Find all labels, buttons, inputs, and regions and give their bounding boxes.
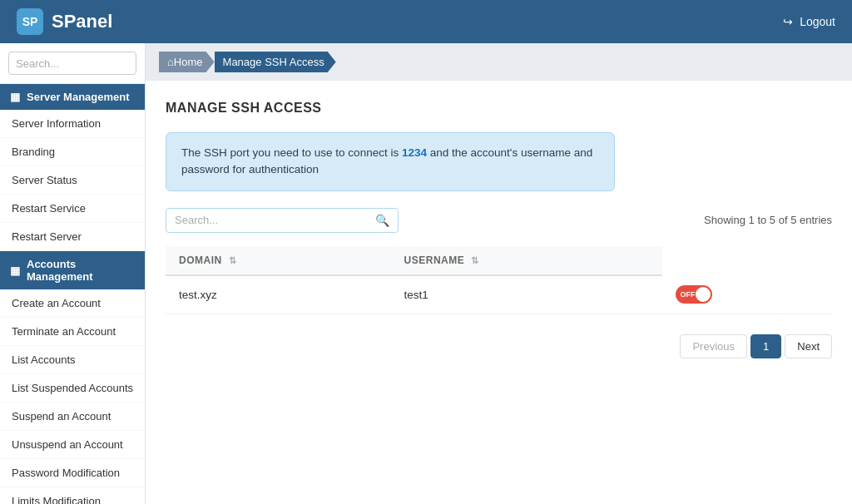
ssh-table: DOMAIN ⇅ USERNAME ⇅ test.xyz test1: [166, 246, 832, 314]
next-button[interactable]: Next: [785, 334, 832, 358]
accounts-management-icon: ▦: [10, 264, 20, 277]
domain-sort-icon: ⇅: [229, 255, 237, 265]
sidebar-item-server-information[interactable]: Server Information: [0, 110, 145, 138]
username-sort-icon: ⇅: [471, 255, 479, 265]
breadcrumb-manage-ssh[interactable]: Manage SSH Access: [215, 52, 336, 72]
info-port: 1234: [402, 146, 427, 159]
cell-domain: test.xyz: [166, 275, 391, 314]
logo-text: SPanel: [52, 11, 112, 32]
pagination: Previous 1 Next: [166, 334, 832, 358]
sidebar-item-unsuspend-account[interactable]: Unsuspend an Account: [0, 431, 145, 459]
content-area: MANAGE SSH ACCESS The SSH port you need …: [146, 81, 852, 504]
main-content: ⌂ Home Manage SSH Access MANAGE SSH ACCE…: [146, 43, 852, 504]
sidebar-item-restart-service[interactable]: Restart Service: [0, 195, 145, 223]
table-row: test.xyz test1 OFF: [166, 275, 832, 314]
breadcrumb-manage-ssh-label: Manage SSH Access: [223, 56, 324, 68]
logout-label: Logout: [800, 15, 835, 28]
cell-username: test1: [391, 275, 663, 314]
table-search-input[interactable]: [175, 214, 375, 226]
entries-info: Showing 1 to 5 of 5 entries: [704, 214, 832, 226]
table-body: test.xyz test1 OFF: [166, 275, 832, 314]
sidebar-item-restart-server[interactable]: Restart Server: [0, 223, 145, 251]
sidebar-item-server-status[interactable]: Server Status: [0, 166, 145, 195]
sidebar-item-list-suspended-accounts[interactable]: List Suspended Accounts: [0, 374, 145, 403]
info-box: The SSH port you need to use to connect …: [166, 132, 615, 191]
logout-button[interactable]: ↪ Logout: [783, 15, 835, 28]
col-username[interactable]: USERNAME ⇅: [391, 246, 663, 275]
ssh-toggle[interactable]: OFF: [676, 285, 712, 304]
sidebar-item-branding[interactable]: Branding: [0, 138, 145, 166]
sidebar-section-accounts-management: ▦ Accounts Management: [0, 251, 145, 289]
cell-toggle-container: OFF: [662, 275, 832, 314]
cell-username-value: test1: [404, 289, 428, 301]
sidebar-section-server-management: ▦ Server Management: [0, 84, 145, 110]
logo: SP SPanel: [17, 8, 112, 35]
page-1-button[interactable]: 1: [750, 334, 781, 358]
logout-icon: ↪: [783, 15, 793, 28]
info-text-before: The SSH port you need to use to connect …: [181, 146, 399, 159]
sidebar-item-limits-modification[interactable]: Limits Modification: [0, 487, 145, 504]
accounts-management-label: Accounts Management: [27, 258, 135, 283]
col-domain-label: DOMAIN: [179, 254, 222, 266]
page-title: MANAGE SSH ACCESS: [166, 101, 832, 116]
breadcrumb-home[interactable]: ⌂ Home: [159, 52, 215, 72]
header: SP SPanel ↪ Logout: [0, 0, 852, 43]
table-controls: 🔍 Showing 1 to 5 of 5 entries: [166, 208, 832, 233]
layout: 🔍 ▦ Server Management Server Information…: [0, 43, 852, 504]
breadcrumb-home-label: Home: [174, 56, 203, 68]
logo-icon: SP: [17, 8, 43, 35]
table-search-icon: 🔍: [375, 214, 389, 227]
sidebar-item-suspend-account[interactable]: Suspend an Account: [0, 403, 145, 431]
home-icon: ⌂: [167, 56, 174, 68]
breadcrumb: ⌂ Home Manage SSH Access: [146, 43, 852, 81]
table-search-container[interactable]: 🔍: [166, 208, 399, 233]
sidebar-item-create-account[interactable]: Create an Account: [0, 289, 145, 318]
table-header: DOMAIN ⇅ USERNAME ⇅: [166, 246, 832, 275]
server-management-label: Server Management: [27, 91, 130, 103]
toggle-label: OFF: [680, 290, 695, 299]
col-domain[interactable]: DOMAIN ⇅: [166, 246, 391, 275]
sidebar-item-list-accounts[interactable]: List Accounts: [0, 346, 145, 374]
col-username-label: USERNAME: [404, 254, 465, 266]
previous-button[interactable]: Previous: [680, 334, 747, 358]
sidebar-item-password-modification[interactable]: Password Modification: [0, 459, 145, 487]
toggle-knob: [696, 287, 711, 302]
sidebar-search-inner[interactable]: 🔍: [8, 52, 136, 75]
sidebar-search-input[interactable]: [16, 57, 146, 70]
sidebar: 🔍 ▦ Server Management Server Information…: [0, 43, 146, 504]
sidebar-search-container: 🔍: [0, 43, 145, 84]
sidebar-item-terminate-account[interactable]: Terminate an Account: [0, 318, 145, 346]
server-management-icon: ▦: [10, 91, 20, 103]
